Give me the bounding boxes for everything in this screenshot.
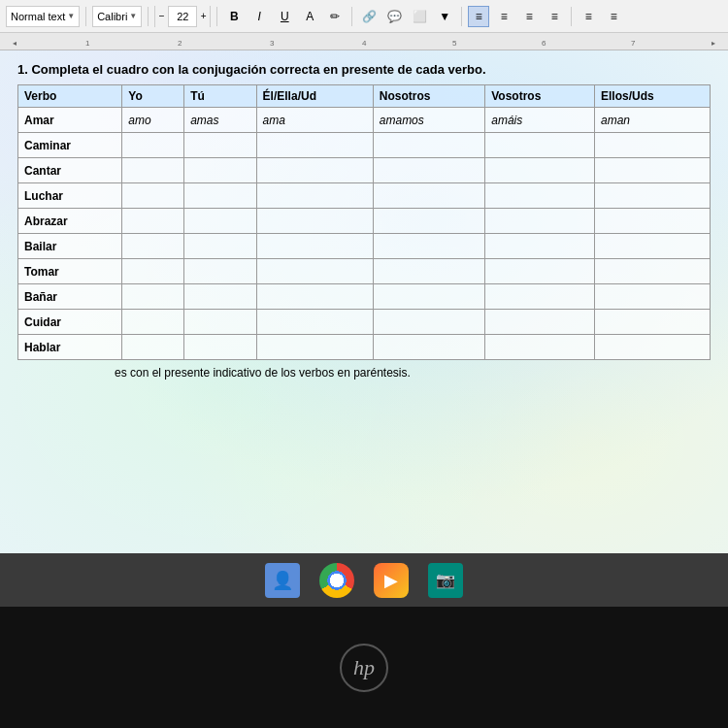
cell-verbo-1: Caminar xyxy=(18,133,122,158)
meet-icon: 📷 xyxy=(436,571,455,589)
font-color-button[interactable]: A xyxy=(299,6,320,27)
col-el: Él/Ella/Ud xyxy=(256,85,373,108)
image-button[interactable]: ⬜ xyxy=(409,6,430,27)
cell-vosotros-0: amáis xyxy=(485,108,595,133)
style-dropdown-arrow: ▼ xyxy=(67,12,75,20)
cell-tu-3 xyxy=(184,183,256,209)
font-size-minus[interactable]: − xyxy=(155,6,169,27)
font-dropdown-arrow: ▼ xyxy=(129,12,137,20)
cell-tu-1 xyxy=(184,133,256,158)
style-select[interactable]: Normal text ▼ xyxy=(6,6,80,27)
ruler-num-6: 6 xyxy=(542,39,546,48)
list-button[interactable]: ≡ xyxy=(603,6,624,27)
cell-el-4 xyxy=(256,209,373,234)
cell-vosotros-3 xyxy=(485,183,595,209)
align-justify-button[interactable]: ≡ xyxy=(544,6,565,27)
comment-button[interactable]: 💬 xyxy=(383,6,405,27)
more-button[interactable]: ▼ xyxy=(434,6,455,27)
align-right-button[interactable]: ≡ xyxy=(518,6,540,27)
cell-nosotros-2 xyxy=(373,158,484,183)
hp-logo: hp xyxy=(340,644,388,692)
cell-yo-0: amo xyxy=(122,108,184,133)
divider-5 xyxy=(461,7,462,26)
cell-tu-7 xyxy=(184,284,256,310)
bold-button[interactable]: B xyxy=(223,6,245,27)
cell-nosotros-3 xyxy=(373,183,484,209)
cell-verbo-4: Abrazar xyxy=(18,209,122,234)
cell-vosotros-8 xyxy=(485,310,595,335)
cell-ellos-8 xyxy=(594,310,710,335)
toolbar: Normal text ▼ Calibri ▼ − + B I U A ✏ 🔗 xyxy=(0,0,728,33)
cell-nosotros-8 xyxy=(373,310,484,335)
cell-el-9 xyxy=(256,335,373,360)
col-yo: Yo xyxy=(122,85,184,108)
divider-6 xyxy=(571,7,572,26)
cell-yo-5 xyxy=(122,234,184,259)
cell-yo-4 xyxy=(122,209,184,234)
cell-verbo-0: Amar xyxy=(18,108,122,133)
table-row: Caminar xyxy=(18,133,711,158)
col-ellos: Ellos/Uds xyxy=(594,85,710,108)
table-row: Amaramoamasamaamamosamáisaman xyxy=(18,108,711,133)
cell-verbo-9: Hablar xyxy=(18,335,122,360)
font-select[interactable]: Calibri ▼ xyxy=(92,6,142,27)
highlight-button[interactable]: ✏ xyxy=(324,6,346,27)
cell-vosotros-2 xyxy=(485,158,595,183)
divider-3 xyxy=(216,7,217,26)
link-button[interactable]: 🔗 xyxy=(358,6,380,27)
cell-ellos-2 xyxy=(594,158,710,183)
cell-el-8 xyxy=(256,310,373,335)
underline-button[interactable]: U xyxy=(274,6,295,27)
align-left-button[interactable]: ≡ xyxy=(468,6,489,27)
cell-tu-4 xyxy=(184,209,256,234)
cell-tu-5 xyxy=(184,234,256,259)
cell-nosotros-6 xyxy=(373,259,484,284)
taskbar-icon-playstore[interactable]: ▶ xyxy=(374,563,409,598)
question-text: 1. Completa el cuadro con la conjugación… xyxy=(17,62,711,77)
italic-button[interactable]: I xyxy=(248,6,270,27)
font-label: Calibri xyxy=(97,11,127,22)
cell-ellos-1 xyxy=(594,133,710,158)
ruler-marker-right: ▸ xyxy=(711,39,715,48)
ruler-num-4: 4 xyxy=(362,39,366,48)
cell-nosotros-0: amamos xyxy=(373,108,484,133)
taskbar-icon-chrome[interactable] xyxy=(319,563,354,598)
cell-yo-6 xyxy=(122,259,184,284)
cell-tu-9 xyxy=(184,335,256,360)
table-header-row: Verbo Yo Tú Él/Ella/Ud Nosotros Vosotros… xyxy=(18,85,711,108)
line-spacing-button[interactable]: ≡ xyxy=(578,6,599,27)
cell-nosotros-4 xyxy=(373,209,484,234)
font-size-plus[interactable]: + xyxy=(196,6,210,27)
ruler-num-3: 3 xyxy=(270,39,274,48)
bottom-text: es con el presente indicativo de los ver… xyxy=(17,366,711,380)
cell-nosotros-5 xyxy=(373,234,484,259)
cell-vosotros-4 xyxy=(485,209,595,234)
ruler-marks: ◂ 1 2 3 4 5 6 7 ▸ xyxy=(8,33,720,50)
table-row: Bañar xyxy=(18,284,711,310)
cell-ellos-5 xyxy=(594,234,710,259)
conjugation-table: Verbo Yo Tú Él/Ella/Ud Nosotros Vosotros… xyxy=(17,84,711,360)
cell-yo-1 xyxy=(122,133,184,158)
align-center-button[interactable]: ≡ xyxy=(493,6,514,27)
cell-vosotros-1 xyxy=(485,133,595,158)
cell-verbo-5: Bailar xyxy=(18,234,122,259)
table-row: Cuidar xyxy=(18,310,711,335)
cell-tu-6 xyxy=(184,259,256,284)
cell-vosotros-5 xyxy=(485,234,595,259)
font-size-input[interactable] xyxy=(169,11,196,22)
divider-2 xyxy=(148,7,149,26)
cell-tu-8 xyxy=(184,310,256,335)
taskbar-icon-meet[interactable]: 📷 xyxy=(428,563,463,598)
cell-el-0: ama xyxy=(256,108,373,133)
table-row: Tomar xyxy=(18,259,711,284)
cell-yo-8 xyxy=(122,310,184,335)
cell-tu-2 xyxy=(184,158,256,183)
cell-yo-3 xyxy=(122,183,184,209)
taskbar: 👤 ▶ 📷 xyxy=(0,553,728,607)
ruler-num-2: 2 xyxy=(178,39,182,48)
ruler-num-7: 7 xyxy=(631,39,635,48)
style-label: Normal text xyxy=(11,11,65,22)
cell-ellos-3 xyxy=(594,183,710,209)
taskbar-icon-contacts[interactable]: 👤 xyxy=(265,563,300,598)
ruler-num-5: 5 xyxy=(452,39,456,48)
